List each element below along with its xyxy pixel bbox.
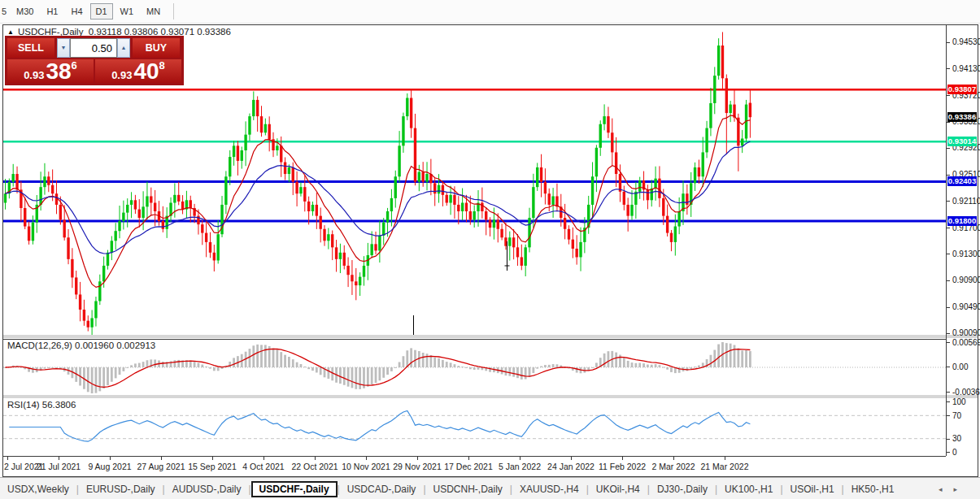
macd-histogram-bar	[316, 367, 318, 372]
date-label: 17 Dec 2021	[444, 462, 493, 471]
macd-scale-min: -0.00365	[952, 388, 980, 397]
macd-histogram-bar	[608, 351, 610, 367]
lot-size-input[interactable]	[70, 38, 117, 58]
macd-histogram-bar	[359, 367, 361, 389]
sell-button[interactable]: SELL	[7, 38, 54, 58]
macd-histogram-bar	[516, 367, 519, 378]
candlestick	[59, 205, 62, 220]
buy-price-display[interactable]: 0.93 40 8	[95, 59, 181, 83]
candlestick	[442, 185, 444, 195]
timeframe-button-h1[interactable]: H1	[41, 3, 63, 20]
candlestick	[126, 205, 128, 213]
macd-histogram-bar	[122, 367, 124, 371]
macd-histogram-bar	[320, 367, 322, 375]
pane-splitter[interactable]	[3, 335, 978, 338]
current-price-badge: 0.93386	[947, 112, 977, 122]
chart-tab-ukoil-h4[interactable]: UKOil-,H4	[589, 482, 647, 497]
macd-histogram-bar	[406, 350, 408, 367]
candlestick	[303, 187, 306, 202]
chart-tab-eurusd-daily[interactable]: EURUSD-,Daily	[79, 482, 163, 497]
date-label: 15 Sep 2021	[188, 462, 237, 471]
candlestick	[15, 174, 18, 189]
date-label: 22 Oct 2021	[291, 462, 338, 471]
candlestick	[307, 202, 310, 211]
macd-histogram-bar	[438, 358, 440, 367]
support-line-price-badge: 0.93014	[947, 137, 977, 146]
chart-tab-usdx-weekly[interactable]: USDX,Weekly	[0, 482, 76, 497]
macd-histogram-bar	[107, 367, 109, 385]
tab-scroll-arrows[interactable]: ◂▸	[939, 485, 969, 493]
candlestick	[702, 152, 704, 176]
candlestick	[323, 229, 325, 241]
macd-histogram-bar	[142, 362, 145, 367]
timeframe-button-h4[interactable]: H4	[65, 3, 88, 20]
macd-histogram-bar	[556, 364, 559, 367]
candlestick	[107, 253, 109, 266]
macd-histogram-bar	[433, 357, 436, 367]
macd-histogram-bar	[32, 367, 34, 373]
candlestick	[181, 202, 184, 210]
macd-histogram-bar	[367, 367, 369, 387]
macd-histogram-bar	[198, 362, 200, 367]
candlestick	[551, 196, 554, 204]
timeframe-button-w1[interactable]: W1	[115, 3, 140, 20]
candlestick	[607, 116, 609, 132]
candlestick	[370, 244, 372, 255]
macd-label: MACD(12,26,9) 0.001960 0.002913	[7, 341, 155, 350]
candlestick	[469, 211, 472, 219]
rsi-scale-30: 30	[952, 434, 961, 443]
chart-tab-usdchf-daily[interactable]: USDCHF-,Daily	[251, 481, 338, 497]
macd-histogram-bar	[429, 355, 432, 367]
candlestick	[327, 234, 329, 241]
candlestick	[83, 310, 85, 321]
collapse-chart-icon[interactable]: ▲	[7, 28, 14, 36]
sell-price-display[interactable]: 0.93 38 6	[7, 59, 94, 83]
macd-histogram-bar	[426, 354, 429, 367]
candlestick	[122, 213, 124, 221]
timeframe-button-5[interactable]: 5	[1, 3, 9, 20]
chart-tab-dj30-daily[interactable]: DJ30-,Daily	[650, 482, 715, 497]
macd-scale-zero: 0.00	[952, 362, 968, 371]
macd-histogram-bar	[512, 367, 515, 377]
candlestick	[319, 216, 321, 229]
macd-histogram-bar	[414, 350, 416, 367]
candlestick	[94, 301, 97, 318]
macd-histogram-bar	[130, 365, 133, 367]
macd-histogram-bar	[371, 367, 373, 384]
candlestick	[43, 176, 46, 187]
macd-histogram-bar	[710, 355, 712, 367]
chart-tab-uk100-h1[interactable]: UK100-,H1	[717, 482, 780, 497]
lot-decrease-button[interactable]: ▼	[57, 38, 70, 58]
timeframe-button-mn[interactable]: MN	[141, 3, 166, 20]
timeframe-button-m30[interactable]: M30	[11, 3, 39, 20]
macd-histogram-bar	[394, 367, 397, 368]
macd-histogram-bar	[209, 367, 211, 369]
macd-histogram-bar	[529, 367, 531, 377]
one-click-trading-panel: SELL ▼ ▲ BUY 0.93 38 6 0.93 40 8	[5, 36, 184, 85]
macd-histogram-bar	[647, 365, 649, 367]
macd-histogram-bar	[154, 359, 156, 367]
candlestick	[512, 237, 515, 247]
chart-tab-audusd-daily[interactable]: AUDUSD-,Daily	[165, 482, 249, 497]
chart-tab-hk50-h1[interactable]: HK50-,H1	[844, 482, 902, 497]
chart-tab-usdcnh-daily[interactable]: USDCNH-,Daily	[426, 482, 510, 497]
chart-tab-usoil-h1[interactable]: USOil-,H1	[783, 482, 842, 497]
candlestick	[32, 223, 34, 241]
macd-histogram-bar	[146, 360, 149, 367]
candlestick	[425, 174, 428, 182]
candlestick	[572, 240, 574, 249]
macd-histogram-bar	[725, 343, 728, 367]
chart-tab-xauusd-h4[interactable]: XAUUSD-,H4	[512, 482, 586, 497]
candlestick	[343, 253, 346, 266]
candlestick	[288, 167, 290, 174]
candlestick	[709, 103, 712, 128]
macd-histogram-bar	[339, 367, 342, 384]
candlestick	[260, 116, 263, 132]
macd-histogram-bar	[111, 367, 113, 382]
chart-tab-usdcad-daily[interactable]: USDCAD-,Daily	[340, 482, 424, 497]
resistance-line-price-badge: 0.93807	[947, 85, 977, 94]
lot-increase-button[interactable]: ▲	[117, 38, 130, 58]
buy-button[interactable]: BUY	[133, 38, 180, 58]
timeframe-button-d1[interactable]: D1	[90, 3, 113, 20]
macd-histogram-bar	[465, 367, 468, 368]
